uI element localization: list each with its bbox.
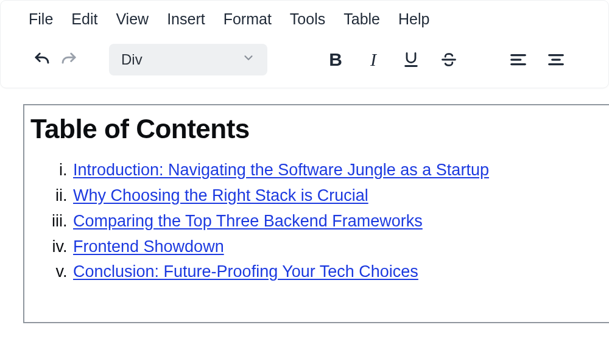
align-left-icon	[509, 51, 527, 69]
menu-edit[interactable]: Edit	[71, 10, 97, 28]
undo-button[interactable]	[29, 46, 55, 73]
menubar: File Edit View Insert Format Tools Table…	[1, 1, 608, 38]
italic-button[interactable]: I	[361, 47, 385, 72]
block-format-value: Div	[121, 51, 143, 68]
menu-file[interactable]: File	[29, 10, 53, 28]
text-style-group: B I	[323, 47, 461, 72]
document-body[interactable]: Table of Contents Introduction: Navigati…	[23, 104, 609, 323]
menu-help[interactable]: Help	[398, 10, 429, 28]
toc-link-1[interactable]: Introduction: Navigating the Software Ju…	[73, 161, 489, 179]
align-center-button[interactable]	[544, 47, 568, 72]
align-left-button[interactable]	[506, 47, 530, 72]
bold-button[interactable]: B	[323, 47, 348, 72]
toc-list: Introduction: Navigating the Software Ju…	[30, 158, 597, 285]
list-item: Introduction: Navigating the Software Ju…	[72, 158, 597, 183]
block-format-select[interactable]: Div	[109, 44, 267, 75]
chevron-down-icon	[242, 51, 255, 68]
document-area: Table of Contents Introduction: Navigati…	[0, 88, 609, 323]
list-item: Comparing the Top Three Backend Framewor…	[72, 209, 597, 234]
toc-link-3[interactable]: Comparing the Top Three Backend Framewor…	[73, 212, 423, 230]
list-item: Why Choosing the Right Stack is Crucial	[72, 183, 597, 209]
underline-icon	[403, 51, 420, 68]
toc-link-5[interactable]: Conclusion: Future-Proofing Your Tech Ch…	[73, 262, 418, 281]
editor-window: File Edit View Insert Format Tools Table…	[0, 0, 609, 88]
strikethrough-button[interactable]	[437, 47, 461, 72]
align-center-icon	[547, 51, 565, 69]
menu-table[interactable]: Table	[343, 10, 380, 28]
redo-button[interactable]	[55, 46, 82, 73]
menu-insert[interactable]: Insert	[167, 10, 205, 28]
list-item: Frontend Showdown	[72, 234, 597, 260]
align-group	[506, 47, 568, 72]
list-item: Conclusion: Future-Proofing Your Tech Ch…	[72, 259, 597, 285]
toc-link-4[interactable]: Frontend Showdown	[73, 237, 224, 256]
toc-link-2[interactable]: Why Choosing the Right Stack is Crucial	[73, 186, 368, 205]
menu-view[interactable]: View	[116, 10, 149, 28]
menu-format[interactable]: Format	[224, 10, 272, 28]
redo-icon	[60, 51, 78, 69]
underline-button[interactable]	[399, 47, 423, 72]
strikethrough-icon	[440, 51, 457, 68]
toc-heading: Table of Contents	[30, 114, 597, 144]
undo-icon	[33, 51, 51, 69]
toolbar: Div B I	[1, 38, 608, 88]
menu-tools[interactable]: Tools	[290, 10, 325, 28]
